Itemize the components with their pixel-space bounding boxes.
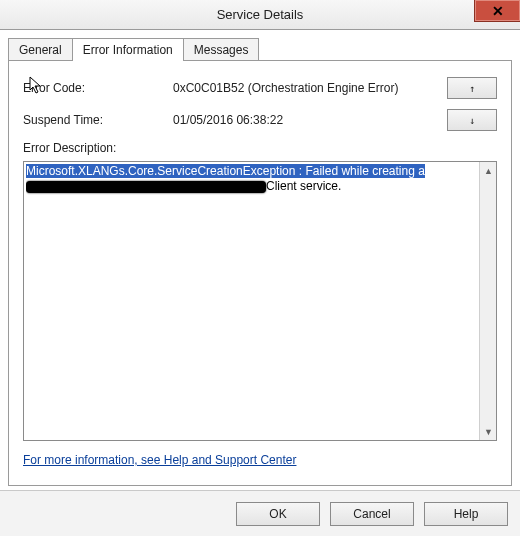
tab-panel-error-information: Error Code: 0xC0C01B52 (Orchestration En… — [8, 60, 512, 486]
tab-messages[interactable]: Messages — [183, 38, 260, 61]
description-line-2-suffix: Client service. — [266, 179, 341, 193]
help-and-support-link[interactable]: For more information, see Help and Suppo… — [23, 453, 296, 467]
prev-error-button[interactable]: ↑ — [447, 77, 497, 99]
tab-strip: General Error Information Messages — [8, 36, 512, 60]
redacted-text — [26, 181, 266, 193]
title-bar: Service Details ✕ — [0, 0, 520, 30]
cancel-button[interactable]: Cancel — [330, 502, 414, 526]
label-error-description: Error Description: — [23, 141, 497, 155]
value-suspend-time: 01/05/2016 06:38:22 — [173, 113, 439, 127]
arrow-up-icon: ↑ — [469, 83, 475, 94]
dialog-window: Service Details ✕ General Error Informat… — [0, 0, 520, 536]
next-error-button[interactable]: ↓ — [447, 109, 497, 131]
description-line-1: Microsoft.XLANGs.Core.ServiceCreationExc… — [26, 164, 425, 178]
dialog-footer: OK Cancel Help — [0, 490, 520, 536]
scroll-up-icon[interactable]: ▲ — [480, 162, 497, 179]
window-title: Service Details — [217, 7, 304, 22]
arrow-down-icon: ↓ — [469, 115, 475, 126]
vertical-scrollbar[interactable]: ▲ ▼ — [479, 162, 496, 440]
close-icon: ✕ — [492, 3, 504, 19]
help-button[interactable]: Help — [424, 502, 508, 526]
dialog-content: General Error Information Messages Error… — [8, 36, 512, 486]
scroll-down-icon[interactable]: ▼ — [480, 423, 497, 440]
error-description-box[interactable]: Microsoft.XLANGs.Core.ServiceCreationExc… — [23, 161, 497, 441]
error-description-text: Microsoft.XLANGs.Core.ServiceCreationExc… — [26, 164, 478, 438]
value-error-code: 0xC0C01B52 (Orchestration Engine Error) — [173, 81, 439, 95]
tab-error-information[interactable]: Error Information — [72, 38, 184, 61]
close-button[interactable]: ✕ — [474, 0, 520, 22]
row-suspend-time: Suspend Time: 01/05/2016 06:38:22 ↓ — [23, 109, 497, 131]
row-error-code: Error Code: 0xC0C01B52 (Orchestration En… — [23, 77, 497, 99]
label-suspend-time: Suspend Time: — [23, 113, 173, 127]
label-error-code: Error Code: — [23, 81, 173, 95]
ok-button[interactable]: OK — [236, 502, 320, 526]
tab-general[interactable]: General — [8, 38, 73, 61]
